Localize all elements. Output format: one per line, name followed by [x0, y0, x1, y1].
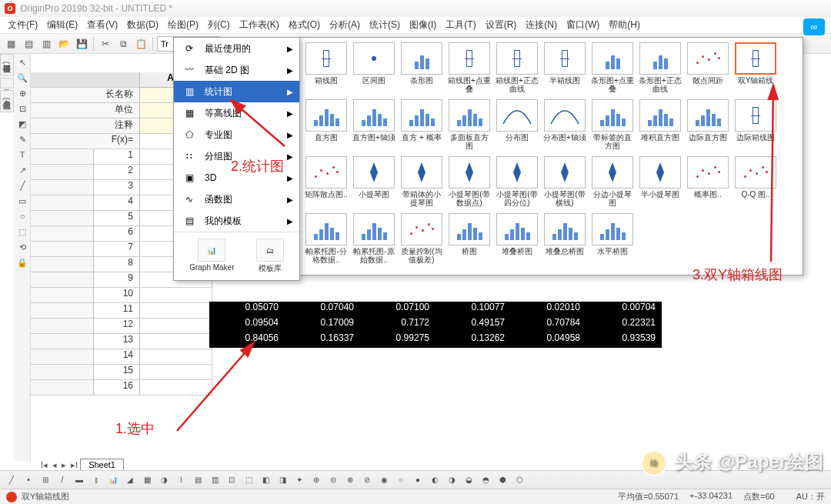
row-number[interactable]: 16	[94, 380, 140, 396]
rotate-icon[interactable]: ⟲	[15, 240, 29, 254]
menu-item[interactable]: 统计(S)	[365, 17, 405, 33]
row-number[interactable]: 11	[94, 303, 140, 319]
gallery-item[interactable]: 小提琴图	[352, 156, 396, 209]
line-icon[interactable]: ╱	[15, 179, 29, 192]
bottom-tool-icon[interactable]: ⫿	[89, 473, 103, 487]
row-number[interactable]: 6	[94, 226, 140, 242]
menu-item[interactable]: 设置(R)	[481, 17, 522, 33]
bottom-tool-icon[interactable]: ⊕	[309, 473, 323, 487]
data-cell[interactable]	[140, 319, 212, 334]
gallery-item[interactable]: 小提琴图(带四分位)	[495, 156, 539, 209]
menu-item[interactable]: 数据(D)	[122, 17, 163, 33]
gallery-item[interactable]: 条形图+正态曲线	[638, 42, 682, 95]
bottom-tool-icon[interactable]: ▤	[191, 473, 205, 487]
row-number[interactable]: 7	[94, 242, 140, 257]
mask-icon[interactable]: ◩	[15, 117, 29, 131]
menu-item[interactable]: 图像(I)	[405, 17, 441, 33]
bottom-tool-icon[interactable]: ◐	[428, 473, 442, 487]
menu-item[interactable]: 工具(T)	[441, 17, 480, 33]
bottom-tool-icon[interactable]: ⬡	[512, 473, 526, 487]
gallery-item[interactable]: Q-Q 图..	[733, 156, 778, 209]
gallery-item[interactable]: 条形图	[399, 42, 444, 95]
menu-item[interactable]: 绘图(P)	[163, 17, 203, 33]
plotmenu-item[interactable]: 〰基础 2D 图▶	[174, 59, 299, 81]
gallery-item[interactable]: 箱线图+正态曲线	[495, 42, 539, 95]
new-folder-icon[interactable]: ▤	[21, 36, 36, 52]
data-row[interactable]: 0.840560.163370.992750.132620.049580.935…	[209, 332, 662, 348]
gallery-item[interactable]: 边际直方图	[686, 99, 730, 152]
gallery-item[interactable]: 区间图	[352, 42, 396, 95]
graph-maker-button[interactable]: 📊Graph Maker	[189, 239, 234, 274]
gallery-item[interactable]: 箱线图+点重叠	[447, 42, 492, 95]
left-dock-tabs[interactable]: 项目管理器 (1) 消息日志 提示日志 (4)	[0, 54, 14, 114]
gallery-item[interactable]: 水平桥图	[590, 213, 635, 265]
data-cell[interactable]	[140, 349, 212, 365]
new-project-icon[interactable]: ▦	[3, 36, 18, 52]
meta-row-header[interactable]: 单位	[31, 103, 140, 118]
plot-gallery[interactable]: 箱线图区间图条形图箱线图+点重叠箱线图+正态曲线半箱线图条形图+点重叠条形图+正…	[299, 37, 803, 275]
bottom-tool-icon[interactable]: ○	[394, 473, 408, 487]
row-number[interactable]: 9	[94, 272, 140, 288]
text-icon[interactable]: T	[15, 148, 29, 162]
gallery-item[interactable]: 矩阵散点图..	[304, 156, 349, 209]
menubar[interactable]: 文件(F)编辑(E)查看(V)数据(D)绘图(P)列(C)工作表(K)格式(O)…	[0, 17, 831, 34]
data-cell[interactable]	[140, 334, 212, 349]
plotmenu-item[interactable]: ∿函数图▶	[174, 189, 299, 210]
gallery-item[interactable]: 概率图..	[686, 156, 730, 209]
row-number[interactable]: 3	[94, 180, 140, 195]
reader-icon[interactable]: ⊕	[15, 86, 29, 100]
bottom-tool-icon[interactable]: ◒	[462, 473, 476, 487]
sheet-tab[interactable]: Sheet1	[80, 459, 124, 471]
gallery-item[interactable]: 分边小提琴图	[590, 156, 635, 209]
arrow-icon[interactable]: ↗	[15, 163, 29, 177]
bottom-tool-icon[interactable]: ◑	[445, 473, 459, 487]
gallery-item[interactable]: 箱线图	[304, 42, 349, 95]
row-number[interactable]: 5	[94, 211, 140, 226]
messages-tab[interactable]: 消息日志	[0, 78, 14, 88]
menu-item[interactable]: 分析(A)	[325, 17, 365, 33]
gallery-item[interactable]: 直方 + 概率	[399, 99, 444, 152]
bottom-tool-icon[interactable]: ⊗	[343, 473, 357, 487]
gallery-item[interactable]: 堆叠总桥图	[542, 213, 587, 265]
gallery-item[interactable]: 分布图+轴须	[542, 99, 587, 152]
bottom-tool-icon[interactable]: ⌇	[174, 473, 188, 487]
data-cell[interactable]	[140, 365, 212, 380]
gallery-item[interactable]: 带箱体的小提琴图	[399, 156, 444, 209]
gallery-item[interactable]: 小提琴图(带横线)	[542, 156, 587, 209]
gallery-item[interactable]: 散点间距	[686, 42, 730, 95]
copy-icon[interactable]: ⧉	[115, 36, 131, 52]
bottom-tool-icon[interactable]: ◑	[157, 473, 171, 487]
bottom-tool-icon[interactable]: ◉	[377, 473, 391, 487]
pointer-icon[interactable]: ↖	[15, 55, 29, 69]
gallery-item[interactable]: 直方图	[304, 99, 349, 152]
plotmenu-item[interactable]: ▤我的模板▶	[174, 210, 299, 232]
data-cell[interactable]	[140, 380, 212, 396]
plotmenu-item[interactable]: ▦等高线图▶	[174, 102, 299, 124]
menu-item[interactable]: 连接(N)	[521, 17, 562, 33]
zoom-icon[interactable]: 🔍	[15, 71, 29, 85]
sheet-nav-first[interactable]: I◂	[38, 460, 50, 470]
bottom-tool-icon[interactable]: ⊞	[38, 473, 52, 487]
menu-item[interactable]: 文件(F)	[3, 17, 42, 33]
sheet-nav-last[interactable]: ▸I	[68, 460, 80, 470]
project-explorer-tab[interactable]: 项目管理器 (1)	[0, 54, 14, 76]
bottom-tool-icon[interactable]: ⊡	[225, 473, 239, 487]
sheet-nav-next[interactable]: ▸	[59, 460, 68, 470]
menu-item[interactable]: 窗口(W)	[562, 17, 604, 33]
bottom-tool-icon[interactable]: ⊘	[360, 473, 374, 487]
bottom-tool-icon[interactable]: ⬚	[242, 473, 255, 487]
bottom-tool-icon[interactable]: ◧	[259, 473, 272, 487]
bottom-tool-icon[interactable]: ▥	[208, 473, 222, 487]
bottom-tool-icon[interactable]: ◢	[123, 473, 137, 487]
row-number[interactable]: 1	[94, 149, 140, 165]
bottom-tool-icon[interactable]: ▦	[140, 473, 154, 487]
bottom-tool-icon[interactable]: ◓	[479, 473, 492, 487]
bottom-tool-icon[interactable]: ◨	[275, 473, 289, 487]
tools-toolbar[interactable]: ↖ 🔍 ⊕ ⊡ ◩ ✎ T ↗ ╱ ▭ ○ ⬚ ⟲ 🔒	[14, 54, 31, 462]
gallery-item[interactable]: 条形图+点重叠	[590, 42, 635, 95]
gallery-item[interactable]: 半箱线图	[542, 42, 587, 95]
lock-icon[interactable]: 🔒	[15, 255, 29, 269]
gallery-item[interactable]: 分布图	[495, 99, 539, 152]
selected-data-block[interactable]: 0.050700.070400.071000.100770.020100.007…	[209, 302, 662, 348]
menu-item[interactable]: 帮助(H)	[604, 17, 645, 33]
